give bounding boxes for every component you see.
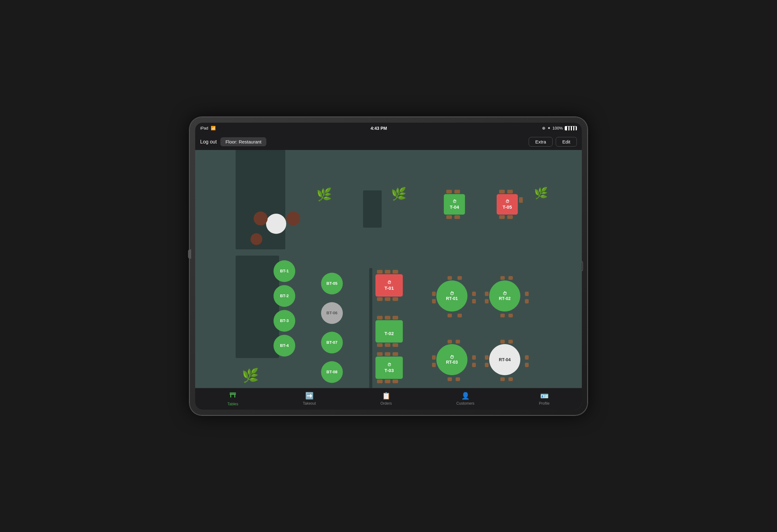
extra-button[interactable]: Extra <box>529 137 553 147</box>
chair <box>448 276 452 280</box>
table-rt03[interactable]: ⏱ RT-03 <box>436 344 467 375</box>
chair <box>385 270 391 274</box>
table-t04[interactable]: ⏱ T-04 <box>444 194 465 215</box>
table-label: RT-01 <box>446 296 458 301</box>
nav-profile-label: Profile <box>539 401 550 406</box>
chair <box>499 190 505 193</box>
chair <box>485 299 488 303</box>
chair <box>432 292 436 296</box>
table-t01[interactable]: ⏱ T-01 <box>375 274 403 297</box>
bottom-nav: Tables ➡️ Takeout 📋 Orders 👤 Customers 🪪… <box>195 388 582 410</box>
chair <box>457 314 462 317</box>
table-bt08[interactable]: BT-08 <box>321 361 343 383</box>
table-bt4[interactable]: BT-4 <box>273 335 295 357</box>
chair <box>393 297 398 301</box>
clock-icon: ⏱ <box>450 291 454 296</box>
top-bar: Log out Floor: Restaurant Extra Edit <box>195 134 582 150</box>
table-t03[interactable]: ⏱ T-03 <box>375 357 403 379</box>
chair <box>385 380 391 383</box>
svg-rect-1 <box>230 395 231 398</box>
table-bt2[interactable]: BT-2 <box>273 285 295 307</box>
chair <box>509 377 513 381</box>
chair <box>472 363 476 367</box>
wifi-icon: 📶 <box>211 126 216 130</box>
nav-profile[interactable]: 🪪 Profile <box>533 390 556 407</box>
device-name: iPad <box>200 126 208 130</box>
table-bt3[interactable]: BT-3 <box>273 310 295 332</box>
top-right-buttons: Extra Edit <box>529 137 577 147</box>
chair <box>377 297 382 301</box>
side-button <box>188 249 191 259</box>
chair <box>485 363 488 367</box>
chair <box>525 299 529 303</box>
chair <box>377 316 382 319</box>
nav-takeout[interactable]: ➡️ Takeout <box>297 390 322 407</box>
nav-customers[interactable]: 👤 Customers <box>450 390 480 407</box>
table-label: T-03 <box>384 368 394 373</box>
nav-tables[interactable]: Tables <box>221 389 245 408</box>
chair <box>377 343 382 347</box>
table-t05[interactable]: ⏱ T-05 <box>497 194 518 215</box>
clock-icon: ⏱ <box>452 199 457 204</box>
location-icon: ⊕ <box>542 126 545 130</box>
table-rt02[interactable]: ⏱ RT-02 <box>489 280 520 311</box>
chair <box>446 190 452 193</box>
plant-1: 🌿 <box>316 187 332 202</box>
chair <box>393 270 398 274</box>
table-rt04[interactable]: RT-04 <box>489 344 520 375</box>
chair <box>385 316 391 319</box>
seat-2 <box>286 212 300 226</box>
chair <box>385 343 391 347</box>
table-t02[interactable]: T-02 <box>375 320 403 343</box>
table-bt1[interactable]: BT-1 <box>273 260 295 282</box>
floor-label: Floor: Restaurant <box>220 137 266 146</box>
bluetooth-icon: ✦ <box>547 126 551 130</box>
plant-2: 🌿 <box>391 187 407 201</box>
floor-area: 🌿 🌿 🌿 🌿 <box>195 150 582 388</box>
table-bt07[interactable]: BT-07 <box>321 332 343 354</box>
customers-icon: 👤 <box>461 392 470 400</box>
chair <box>509 276 513 280</box>
table-bt06[interactable]: BT-06 <box>321 302 343 324</box>
chair <box>432 363 436 367</box>
chair <box>472 299 476 303</box>
lounge-table <box>266 214 286 234</box>
chair <box>385 352 391 356</box>
chair <box>454 215 460 219</box>
chair <box>485 292 488 296</box>
plant-3: 🌿 <box>534 187 548 200</box>
edit-button[interactable]: Edit <box>556 137 577 147</box>
ipad-device: iPad 📶 4:43 PM ⊕ ✦ 100% ▐▐▐▐ Log out Flo… <box>190 117 587 415</box>
svg-rect-3 <box>230 393 236 394</box>
clock-icon: ⏱ <box>503 291 507 296</box>
takeout-icon: ➡️ <box>305 392 314 400</box>
table-rt01[interactable]: ⏱ RT-01 <box>436 280 467 311</box>
clock-icon: ⏱ <box>387 280 391 285</box>
status-time: 4:43 PM <box>370 126 387 131</box>
chair <box>393 343 398 347</box>
logout-button[interactable]: Log out <box>200 139 217 145</box>
plant-4: 🌿 <box>242 367 259 384</box>
table-label: T-02 <box>384 331 394 336</box>
chair <box>509 340 513 344</box>
chair <box>377 380 382 383</box>
nav-orders[interactable]: 📋 Orders <box>374 390 398 407</box>
chair <box>485 355 488 360</box>
svg-rect-2 <box>234 395 235 398</box>
svg-rect-0 <box>230 394 236 395</box>
clock-icon: ⏱ <box>506 199 510 204</box>
table-label: RT-04 <box>499 357 511 362</box>
chair <box>525 292 529 296</box>
chair <box>393 380 398 383</box>
chair <box>507 190 513 193</box>
tables-icon <box>229 391 236 401</box>
nav-tables-label: Tables <box>227 402 238 406</box>
nav-customers-label: Customers <box>456 401 474 406</box>
chair <box>456 340 460 344</box>
table-label: T-04 <box>450 205 459 210</box>
chair <box>525 363 529 367</box>
room-divider-3 <box>236 256 279 358</box>
chair <box>448 340 452 344</box>
clock-icon: ⏱ <box>387 363 391 367</box>
table-bt05[interactable]: BT-05 <box>321 273 343 294</box>
